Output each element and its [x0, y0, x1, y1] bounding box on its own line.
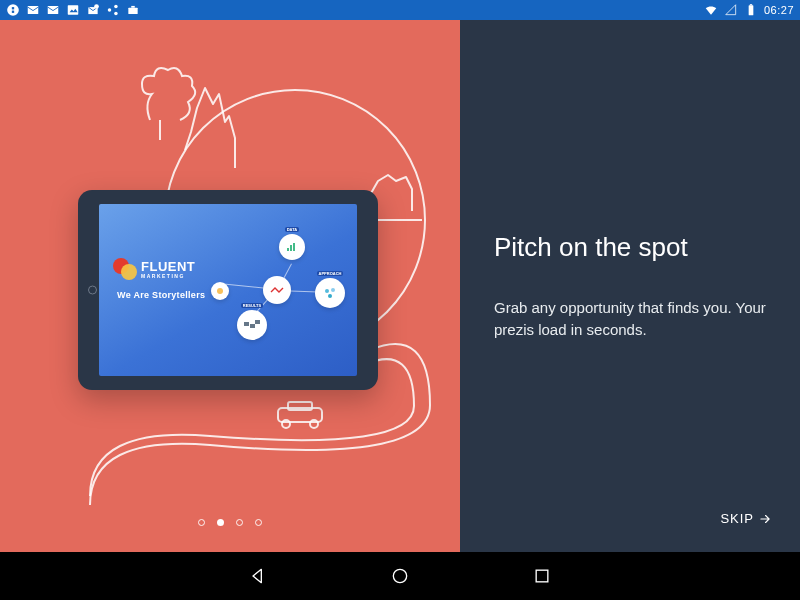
- page-dot-3[interactable]: [236, 519, 243, 526]
- arrow-right-icon: [758, 512, 772, 526]
- svg-point-31: [393, 569, 406, 582]
- skip-button[interactable]: SKIP: [720, 511, 772, 526]
- onboarding-illustration: FLUENT MARKETING We Are Storytellers: [0, 20, 460, 552]
- mail-icon: [46, 3, 60, 17]
- briefcase-icon: [126, 3, 140, 17]
- svg-point-25: [331, 288, 335, 292]
- android-nav-bar: [0, 552, 800, 600]
- svg-rect-2: [12, 11, 14, 13]
- recents-icon: [532, 566, 552, 586]
- svg-rect-22: [290, 245, 292, 251]
- share-icon: [106, 3, 120, 17]
- hub-label-data: DATA: [285, 227, 300, 232]
- onboarding-body: Grab any opportunity that finds you. You…: [494, 297, 766, 341]
- app-root: 06:27: [0, 0, 800, 600]
- hub-node-approach: APPROACH: [315, 278, 345, 308]
- hub-node-data: DATA: [279, 234, 305, 260]
- android-status-bar: 06:27: [0, 0, 800, 20]
- tablet-home-button: [88, 286, 97, 295]
- onboarding-title: Pitch on the spot: [494, 232, 766, 263]
- cell-signal-icon: [724, 3, 738, 17]
- hub-node-small: [211, 282, 229, 300]
- svg-rect-11: [128, 8, 137, 14]
- svg-rect-14: [750, 4, 752, 5]
- svg-rect-29: [255, 320, 260, 324]
- hub-label-approach: APPROACH: [317, 271, 344, 276]
- page-dot-4[interactable]: [255, 519, 262, 526]
- svg-point-0: [7, 4, 19, 16]
- nav-recents-button[interactable]: [531, 565, 553, 587]
- svg-rect-28: [250, 324, 255, 328]
- nav-home-button[interactable]: [389, 565, 411, 587]
- svg-rect-27: [244, 322, 249, 326]
- page-dot-2[interactable]: [217, 519, 224, 526]
- tablet-device-illustration: FLUENT MARKETING We Are Storytellers: [78, 190, 378, 390]
- svg-point-26: [328, 294, 332, 298]
- svg-point-8: [108, 8, 112, 12]
- svg-rect-21: [287, 248, 289, 251]
- svg-rect-3: [28, 6, 39, 14]
- hub-center-node: [263, 276, 291, 304]
- status-notifications: [6, 3, 140, 17]
- illustration-layer: FLUENT MARKETING We Are Storytellers: [0, 20, 460, 552]
- svg-point-24: [325, 289, 329, 293]
- svg-rect-4: [48, 6, 59, 14]
- onboarding-text-pane: Pitch on the spot Grab any opportunity t…: [460, 20, 800, 552]
- svg-point-10: [114, 12, 118, 16]
- tablet-screen: FLUENT MARKETING We Are Storytellers: [99, 204, 357, 376]
- svg-point-7: [94, 4, 99, 9]
- nav-back-button[interactable]: [247, 565, 269, 587]
- prezi-hub-diagram: DATA APPROACH RESULTS: [99, 204, 357, 376]
- svg-point-30: [217, 288, 223, 294]
- svg-rect-1: [12, 7, 14, 9]
- svg-rect-5: [68, 5, 79, 14]
- mail-badge-icon: [86, 3, 100, 17]
- mail-icon: [26, 3, 40, 17]
- svg-rect-12: [131, 6, 135, 8]
- battery-icon: [744, 3, 758, 17]
- skip-label: SKIP: [720, 511, 754, 526]
- status-system: 06:27: [704, 3, 794, 17]
- status-clock: 06:27: [764, 4, 794, 16]
- page-dot-1[interactable]: [198, 519, 205, 526]
- home-icon: [390, 566, 410, 586]
- hub-label-results: RESULTS: [241, 303, 263, 308]
- back-icon: [248, 566, 268, 586]
- page-indicator: [198, 519, 262, 526]
- onboarding-content: FLUENT MARKETING We Are Storytellers: [0, 20, 800, 552]
- image-icon: [66, 3, 80, 17]
- svg-rect-13: [749, 5, 754, 15]
- svg-point-9: [114, 5, 118, 9]
- hub-node-results: RESULTS: [237, 310, 267, 340]
- wifi-icon: [704, 3, 718, 17]
- svg-rect-23: [293, 243, 295, 251]
- notification-icon: [6, 3, 20, 17]
- svg-rect-32: [536, 570, 548, 582]
